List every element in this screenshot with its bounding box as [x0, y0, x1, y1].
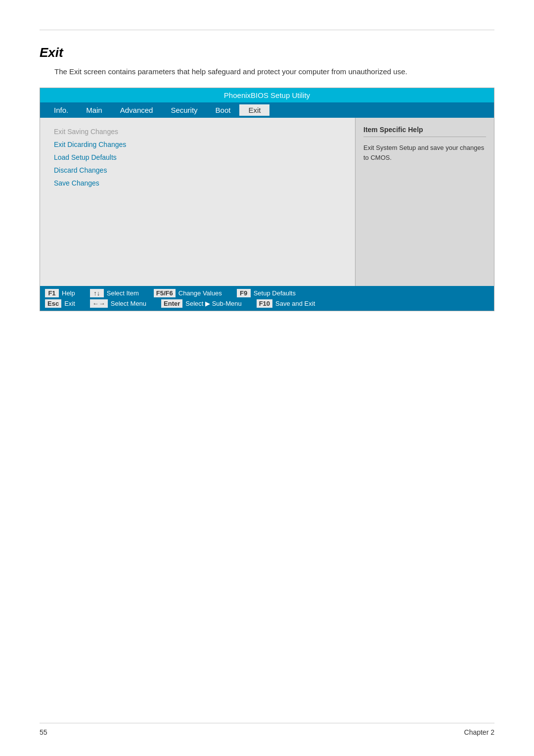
- page-description: The Exit screen contains parameters that…: [54, 67, 494, 76]
- label-select-submenu: Select ▶ Sub-Menu: [185, 300, 241, 307]
- footer-page-number: 55: [40, 728, 47, 736]
- label-help: Help: [62, 289, 75, 297]
- help-title: Item Specific Help: [363, 126, 486, 137]
- nav-item-main[interactable]: Main: [77, 104, 111, 116]
- status-esc: Esc Exit: [45, 298, 75, 309]
- help-text: Exit System Setup and save your changes …: [363, 143, 486, 162]
- key-f1: F1: [45, 289, 59, 297]
- bios-title-bar: PhoenixBIOS Setup Utility: [40, 88, 494, 102]
- key-enter: Enter: [161, 299, 182, 308]
- page-content: Exit The Exit screen contains parameters…: [0, 0, 534, 341]
- menu-item-exit-discarding[interactable]: Exit Dicarding Changes: [50, 139, 345, 150]
- key-f5f6: F5/F6: [154, 289, 176, 297]
- menu-item-exit-saving[interactable]: Exit Saving Changes: [50, 126, 345, 138]
- status-f1: F1 Help: [45, 288, 75, 298]
- nav-item-security[interactable]: Security: [162, 104, 206, 116]
- nav-item-boot[interactable]: Boot: [207, 104, 240, 116]
- bios-left-panel: Exit Saving Changes Exit Dicarding Chang…: [40, 118, 356, 286]
- page-footer: 55 Chapter 2: [40, 723, 494, 736]
- menu-item-discard-changes[interactable]: Discard Changes: [50, 164, 345, 176]
- status-enter: Enter Select ▶ Sub-Menu: [161, 298, 242, 309]
- label-select-item: Select Item: [107, 289, 139, 297]
- status-f10: F10 Save and Exit: [257, 298, 315, 309]
- status-arrows: ↑↓ Select Item: [90, 288, 139, 298]
- label-change-values: Change Values: [178, 289, 222, 297]
- bios-nav: Info. Main Advanced Security Boot Exit: [40, 102, 494, 118]
- menu-item-save-changes[interactable]: Save Changes: [50, 177, 345, 189]
- label-save-exit: Save and Exit: [275, 300, 315, 307]
- nav-item-info[interactable]: Info.: [45, 104, 77, 116]
- key-esc: Esc: [45, 299, 61, 308]
- page-title: Exit: [40, 45, 494, 60]
- bios-container: PhoenixBIOS Setup Utility Info. Main Adv…: [40, 88, 494, 311]
- nav-item-exit[interactable]: Exit: [239, 104, 269, 116]
- label-exit: Exit: [64, 300, 75, 307]
- footer-chapter: Chapter 2: [464, 728, 494, 736]
- status-f5f6: F5/F6 Change Values: [154, 288, 222, 298]
- top-divider: [40, 30, 494, 30]
- key-lr-arrows: ←→: [90, 299, 108, 308]
- nav-item-advanced[interactable]: Advanced: [111, 104, 162, 116]
- status-row-1: F1 Help ↑↓ Select Item F5/F6 Change Valu…: [45, 288, 489, 298]
- key-f9: F9: [237, 289, 251, 297]
- status-row-2: Esc Exit ←→ Select Menu Enter Select ▶ S…: [45, 298, 489, 309]
- bios-title-text: PhoenixBIOS Setup Utility: [224, 91, 310, 99]
- key-f10: F10: [257, 299, 272, 308]
- label-select-menu: Select Menu: [111, 300, 146, 307]
- status-lr-arrows: ←→ Select Menu: [90, 298, 146, 309]
- key-arrows: ↑↓: [90, 289, 104, 297]
- status-f9: F9 Setup Defaults: [237, 288, 296, 298]
- bios-right-panel: Item Specific Help Exit System Setup and…: [356, 118, 494, 286]
- menu-item-load-defaults[interactable]: Load Setup Defaults: [50, 151, 345, 163]
- bios-body: Exit Saving Changes Exit Dicarding Chang…: [40, 118, 494, 286]
- bios-statusbar: F1 Help ↑↓ Select Item F5/F6 Change Valu…: [40, 286, 494, 311]
- label-setup-defaults: Setup Defaults: [254, 289, 296, 297]
